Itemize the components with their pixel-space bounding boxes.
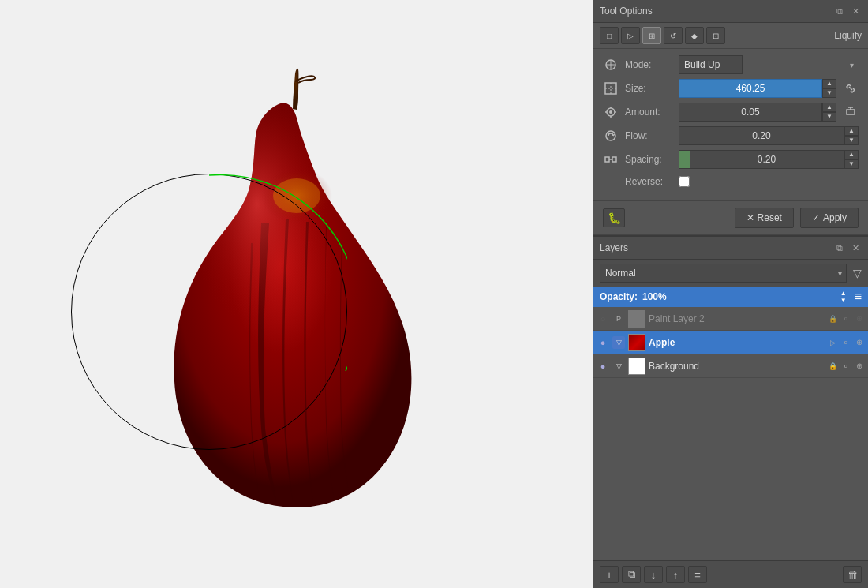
blend-mode-wrap: Normal Multiply Screen Overlay Darken Li… [600, 264, 847, 283]
layer-visibility-background[interactable]: ● [597, 360, 609, 373]
amount-input[interactable] [679, 103, 822, 122]
apply-check-icon: ✓ [812, 212, 820, 223]
layer-lock-background[interactable]: 🔒 [827, 361, 838, 372]
size-link-icon[interactable] [843, 81, 859, 96]
layer-properties-btn[interactable]: ≡ [688, 566, 707, 583]
reverse-checkbox[interactable] [679, 176, 690, 187]
apply-label: Apply [823, 212, 847, 223]
layer-lock-paint2[interactable]: 🔒 [827, 313, 838, 324]
spacing-icon [603, 152, 619, 167]
tool-mode-transform[interactable]: □ [600, 27, 619, 44]
size-icon [603, 81, 619, 96]
layers-panel: Layers ⧉ ✕ Normal Multiply Screen Overla… [593, 235, 868, 588]
reverse-icon-placeholder [603, 174, 619, 189]
duplicate-layer-btn[interactable]: ⧉ [622, 566, 641, 583]
amount-spinner: ▲ ▼ [822, 103, 836, 122]
layer-alpha-apple[interactable]: α [840, 337, 851, 348]
blend-mode-select[interactable]: Normal Multiply Screen Overlay Darken Li… [600, 264, 847, 283]
tool-mode-select[interactable]: ⊡ [706, 27, 725, 44]
spacing-bar-indicator [679, 150, 690, 169]
amount-link-icon[interactable] [843, 104, 859, 120]
tool-bottom-bar: 🐛 ✕ Reset ✓ Apply [593, 200, 868, 234]
flow-input[interactable] [679, 126, 844, 145]
layer-alpha-paint2[interactable]: α [840, 313, 851, 324]
amount-icon [603, 104, 619, 120]
svg-rect-21 [612, 157, 616, 162]
size-spinner: ▲ ▼ [822, 79, 836, 98]
opacity-down-arrow[interactable]: ▼ [840, 298, 847, 304]
tool-mode-rotate[interactable]: ↺ [664, 27, 683, 44]
amount-label: Amount: [625, 107, 672, 118]
svg-marker-15 [847, 110, 855, 114]
add-layer-btn[interactable]: + [600, 566, 619, 583]
layer-inherit-background[interactable]: ⊕ [854, 361, 865, 372]
tool-mode-warp[interactable]: ▷ [621, 27, 640, 44]
layers-title: Layers [600, 242, 628, 253]
layer-expand-apple[interactable]: ▷ [827, 337, 838, 348]
right-panel: Tool Options ⧉ ✕ □ ▷ ⊞ ↺ ◆ ⊡ Liquify [593, 0, 868, 588]
mode-icon [603, 57, 619, 73]
layers-mode-bar: Normal Multiply Screen Overlay Darken Li… [593, 260, 868, 287]
tool-options-header-icons: ⧉ ✕ [833, 5, 862, 17]
tool-mode-smudge[interactable]: ◆ [685, 27, 704, 44]
layer-type-background: ▽ [612, 360, 625, 373]
size-down-btn[interactable]: ▼ [822, 88, 836, 98]
layer-item-paint2[interactable]: ○ P Paint Layer 2 🔒 α ⊕ [593, 307, 868, 331]
layer-visibility-paint2[interactable]: ○ [597, 313, 609, 325]
opacity-bar: Opacity: 100% ▲ ▼ ≡ [593, 287, 868, 307]
tool-options-close-btn[interactable]: ✕ [849, 5, 862, 17]
amount-down-btn[interactable]: ▼ [822, 112, 836, 122]
mode-select-wrap: Build Up Push Grow/Shrink Rotate Offset … [679, 55, 859, 74]
layer-alpha-background[interactable]: α [840, 361, 851, 372]
size-input[interactable] [679, 79, 822, 98]
reset-x-icon: ✕ [746, 212, 754, 223]
layer-inherit-paint2[interactable]: ⊕ [854, 313, 865, 324]
mode-select[interactable]: Build Up Push Grow/Shrink Rotate Offset … [679, 55, 743, 74]
move-up-btn[interactable]: ↑ [666, 566, 685, 583]
apply-btn[interactable]: ✓ Apply [800, 208, 859, 228]
layers-close-btn[interactable]: ✕ [849, 242, 862, 254]
tool-mode-bar: □ ▷ ⊞ ↺ ◆ ⊡ Liquify [593, 23, 868, 49]
tool-options-maximize-btn[interactable]: ⧉ [833, 5, 846, 17]
mode-row: Mode: Build Up Push Grow/Shrink Rotate O… [603, 55, 859, 74]
reset-btn[interactable]: ✕ Reset [735, 208, 794, 228]
spacing-down-btn[interactable]: ▼ [844, 159, 859, 169]
opacity-menu-icon[interactable]: ≡ [855, 290, 862, 304]
flow-down-btn[interactable]: ▼ [844, 136, 859, 145]
reverse-row: Reverse: [603, 174, 859, 189]
mode-label: Mode: [625, 59, 672, 70]
layers-maximize-btn[interactable]: ⧉ [833, 242, 846, 254]
flow-icon [603, 128, 619, 144]
layers-filter-icon[interactable]: ▽ [853, 267, 862, 279]
spacing-up-btn[interactable]: ▲ [844, 150, 859, 159]
layers-header: Layers ⧉ ✕ [593, 237, 868, 260]
flow-spinner: ▲ ▼ [844, 126, 859, 145]
opacity-arrows: ▲ ▼ [840, 290, 847, 304]
layer-item-apple[interactable]: ● ▽ Apple ▷ α ⊕ [593, 331, 868, 354]
layer-name-background: Background [649, 361, 824, 372]
move-down-btn[interactable]: ↓ [644, 566, 663, 583]
svg-point-18 [606, 131, 615, 140]
bug-btn[interactable]: 🐛 [603, 208, 625, 227]
delete-layer-btn[interactable]: 🗑 [843, 566, 862, 583]
layer-visibility-apple[interactable]: ● [597, 336, 609, 349]
flow-up-btn[interactable]: ▲ [844, 126, 859, 136]
layer-name-paint2: Paint Layer 2 [649, 313, 824, 324]
svg-point-1 [273, 178, 320, 213]
size-up-btn[interactable]: ▲ [822, 79, 836, 88]
layer-type-paint2: P [612, 313, 625, 325]
amount-up-btn[interactable]: ▲ [822, 103, 836, 112]
canvas-area[interactable] [0, 0, 593, 588]
spacing-row: Spacing: ▲ ▼ [603, 150, 859, 169]
reset-label: Reset [758, 212, 782, 223]
spacing-input[interactable] [690, 150, 844, 169]
flow-input-wrap: ▲ ▼ [679, 126, 859, 145]
tool-mode-grid[interactable]: ⊞ [642, 27, 661, 44]
opacity-up-arrow[interactable]: ▲ [840, 290, 847, 297]
pear-image [131, 66, 462, 523]
layer-item-background[interactable]: ● ▽ Background 🔒 α ⊕ [593, 354, 868, 378]
svg-point-10 [609, 110, 612, 114]
layer-inherit-apple[interactable]: ⊕ [854, 337, 865, 348]
tool-options-header: Tool Options ⧉ ✕ [593, 0, 868, 23]
amount-row: Amount: ▲ ▼ [603, 103, 859, 122]
